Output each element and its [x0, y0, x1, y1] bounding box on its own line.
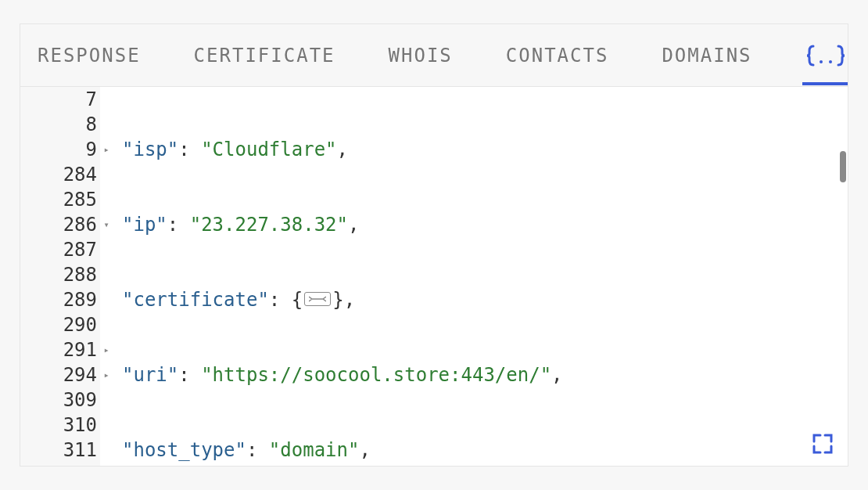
line-number: 311 — [63, 438, 97, 463]
line-number: 291 — [63, 337, 97, 362]
svg-point-0 — [820, 60, 823, 63]
fold-toggle-expanded[interactable]: ▾ — [100, 212, 113, 237]
svg-point-1 — [829, 60, 832, 63]
code-line: "certificate": {}, — [122, 287, 848, 312]
json-viewer-panel: RESPONSE CERTIFICATE WHOIS CONTACTS DOMA… — [20, 23, 848, 467]
scrollbar-thumb[interactable] — [840, 151, 846, 182]
line-number: 289 — [63, 287, 97, 312]
tab-domains[interactable]: DOMAINS — [658, 26, 755, 85]
fold-expand-button[interactable] — [304, 292, 331, 306]
fold-toggle-collapsed[interactable]: ▸ — [100, 137, 113, 162]
line-number: 284 — [63, 162, 97, 187]
code-content: "isp": "Cloudflare", "ip": "23.227.38.32… — [100, 87, 848, 466]
code-line: "host_type": "domain", — [122, 438, 848, 463]
line-number: 310 — [63, 413, 97, 438]
line-number: 288 — [63, 262, 97, 287]
tab-certificate[interactable]: CERTIFICATE — [191, 26, 339, 85]
fullscreen-button[interactable] — [812, 433, 834, 455]
braces-icon — [805, 45, 846, 67]
expand-icon — [812, 433, 834, 455]
line-number: 9 — [86, 137, 97, 162]
tab-response[interactable]: RESPONSE — [34, 26, 144, 85]
code-editor[interactable]: 7 8 9▸ 284 285 286▾ 287 288 289 290 291▸… — [20, 87, 848, 466]
tab-whois[interactable]: WHOIS — [386, 26, 456, 85]
code-line: "ip": "23.227.38.32", — [122, 212, 848, 237]
fold-toggle-collapsed[interactable]: ▸ — [100, 337, 113, 362]
line-number: 290 — [63, 312, 97, 337]
line-number-gutter: 7 8 9▸ 284 285 286▾ 287 288 289 290 291▸… — [20, 87, 100, 466]
tab-contacts[interactable]: CONTACTS — [503, 26, 612, 85]
line-number: 7 — [86, 87, 97, 112]
code-line: "isp": "Cloudflare", — [122, 137, 848, 162]
line-number: 294 — [63, 362, 97, 387]
tab-raw-json[interactable] — [802, 26, 848, 85]
line-number: 8 — [86, 112, 97, 137]
line-number: 287 — [63, 237, 97, 262]
line-number: 285 — [63, 187, 97, 212]
code-line: "uri": "https://soocool.store:443/en/", — [122, 362, 848, 387]
fold-toggle-collapsed[interactable]: ▸ — [100, 362, 113, 387]
tab-bar: RESPONSE CERTIFICATE WHOIS CONTACTS DOMA… — [20, 24, 848, 87]
line-number: 286 — [63, 212, 97, 237]
line-number: 309 — [63, 387, 97, 413]
